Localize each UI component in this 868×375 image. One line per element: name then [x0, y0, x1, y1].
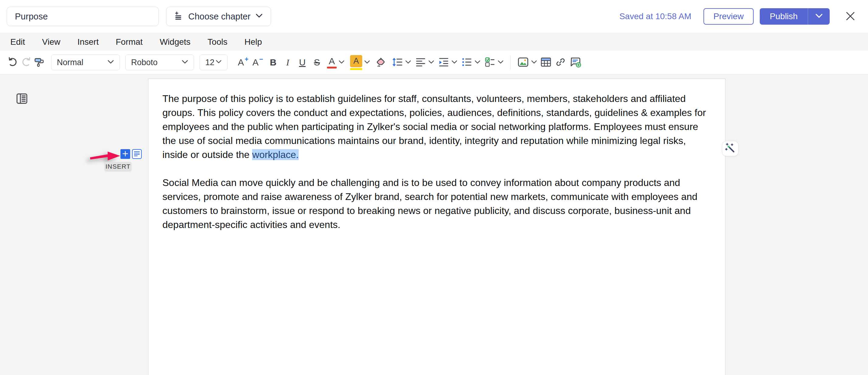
chevron-down-icon [498, 60, 504, 65]
link-icon [555, 56, 566, 69]
close-icon [845, 11, 856, 23]
align-button[interactable] [413, 55, 436, 70]
paragraph-style-dropdown[interactable]: Normal [51, 55, 120, 70]
menu-help[interactable]: Help [245, 37, 262, 47]
indent-button[interactable] [436, 55, 459, 70]
font-size-dropdown[interactable]: 12 [199, 55, 227, 70]
plus-icon [121, 150, 129, 158]
font-color-button[interactable]: A [324, 55, 347, 70]
underline-icon: U [299, 58, 306, 67]
paragraph: The purpose of this policy is to establi… [162, 92, 709, 162]
document-page[interactable]: The purpose of this policy is to establi… [148, 79, 725, 375]
font-color-icon: A [327, 57, 337, 68]
chevron-down-icon [405, 60, 411, 65]
insert-image-button[interactable] [516, 55, 538, 70]
formatting-toolbar: Normal Roboto 12 A + A − B I U S [0, 51, 868, 75]
checklist-icon [484, 56, 496, 69]
table-of-contents-icon [16, 102, 28, 106]
paragraph-style-value: Normal [57, 58, 83, 67]
checklist-button[interactable] [483, 55, 505, 70]
publish-label: Publish [770, 11, 798, 21]
menu-widgets[interactable]: Widgets [160, 37, 190, 47]
publish-button[interactable]: Publish [760, 8, 808, 25]
italic-icon: I [286, 58, 289, 67]
choose-chapter-label: Choose chapter [188, 11, 251, 22]
align-icon [415, 56, 426, 69]
table-of-contents-button[interactable] [15, 92, 29, 106]
chevron-down-icon [216, 60, 222, 65]
line-spacing-button[interactable] [390, 55, 413, 70]
selected-text: workplace. [252, 149, 299, 160]
annotation-arrow-icon [89, 149, 121, 163]
font-size-increase-icon: A + [238, 58, 244, 67]
chevron-down-icon [815, 13, 823, 20]
publish-options-button[interactable] [808, 8, 830, 25]
insert-tooltip: INSERT [104, 162, 131, 171]
redo-button[interactable] [20, 55, 33, 70]
menu-insert[interactable]: Insert [77, 37, 98, 47]
highlight-color-icon: A [350, 55, 362, 70]
format-painter-button[interactable] [33, 55, 46, 70]
publish-split-button: Publish [760, 8, 830, 25]
bold-icon: B [270, 58, 276, 67]
chevron-down-icon [474, 60, 480, 65]
ai-assistant-button[interactable] [722, 141, 738, 156]
article-title-input[interactable] [7, 7, 159, 26]
menu-edit[interactable]: Edit [10, 37, 25, 47]
bullet-list-button[interactable] [459, 55, 483, 70]
add-to-list-icon [174, 11, 183, 22]
text-block-icon [133, 150, 141, 158]
strikethrough-button[interactable]: S [310, 55, 324, 70]
save-status: Saved at 10:58 AM [619, 11, 691, 21]
menu-format[interactable]: Format [116, 37, 143, 47]
close-button[interactable] [844, 10, 857, 23]
font-size-value: 12 [205, 58, 214, 67]
preview-button[interactable]: Preview [704, 8, 754, 25]
menu-bar: Edit View Insert Format Widgets Tools He… [0, 33, 868, 51]
indent-icon [438, 56, 450, 69]
clear-formatting-button[interactable] [373, 55, 388, 70]
chevron-down-icon [182, 60, 188, 65]
bullet-list-icon [461, 56, 473, 69]
italic-button[interactable]: I [280, 55, 295, 70]
menu-tools[interactable]: Tools [208, 37, 227, 47]
decrease-font-size-button[interactable]: A − [248, 55, 263, 70]
chevron-down-icon [339, 60, 345, 65]
chevron-down-icon [531, 60, 537, 65]
table-icon [540, 56, 552, 69]
chevron-down-icon [364, 60, 370, 65]
strikethrough-icon: S [314, 58, 320, 67]
insert-link-button[interactable] [553, 55, 568, 70]
chevron-down-icon [428, 60, 434, 65]
image-icon [517, 56, 529, 69]
line-spacing-icon [392, 56, 403, 69]
undo-button[interactable] [6, 55, 20, 70]
paragraph: Social Media can move quickly and be cha… [162, 176, 709, 232]
highlight-color-button[interactable]: A [347, 55, 373, 70]
format-painter-icon [34, 56, 45, 69]
preview-label: Preview [713, 11, 744, 21]
insert-comment-button[interactable] [568, 55, 582, 70]
comment-add-icon [569, 56, 582, 69]
editor-content-area: The purpose of this policy is to establi… [0, 75, 868, 375]
undo-icon [7, 56, 19, 69]
chevron-down-icon [107, 60, 114, 65]
font-family-value: Roboto [131, 58, 158, 67]
magic-wand-icon [724, 142, 736, 155]
menu-view[interactable]: View [42, 37, 60, 47]
bold-button[interactable]: B [266, 55, 280, 70]
insert-template-button[interactable] [132, 149, 142, 159]
redo-icon [20, 56, 32, 69]
chevron-down-icon [451, 60, 457, 65]
top-bar: Choose chapter Saved at 10:58 AM Preview… [0, 0, 868, 33]
underline-button[interactable]: U [295, 55, 310, 70]
increase-font-size-button[interactable]: A + [234, 55, 248, 70]
insert-table-button[interactable] [538, 55, 553, 70]
insert-block-button[interactable] [120, 149, 130, 159]
choose-chapter-button[interactable]: Choose chapter [166, 7, 271, 26]
clear-formatting-icon [374, 56, 386, 69]
chevron-down-icon [255, 13, 263, 20]
font-size-decrease-icon: A − [252, 58, 258, 67]
font-family-dropdown[interactable]: Roboto [125, 55, 194, 70]
